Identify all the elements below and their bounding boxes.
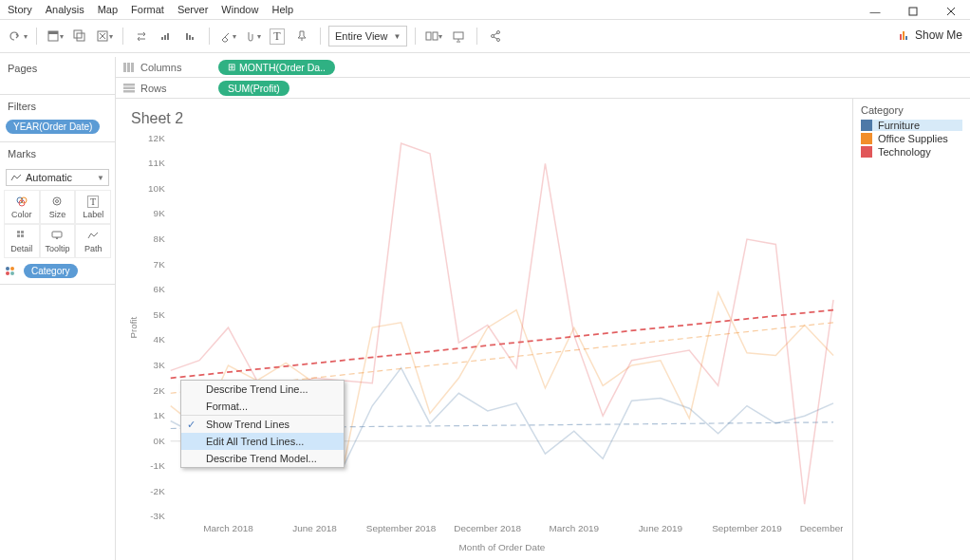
svg-text:4K: 4K <box>154 334 166 345</box>
svg-point-25 <box>56 200 59 203</box>
sort-desc-icon <box>184 29 197 43</box>
svg-text:8K: 8K <box>154 233 166 244</box>
svg-rect-7 <box>164 35 166 40</box>
trend-line-context-menu: Describe Trend Line...Format...✓Show Tre… <box>180 380 345 468</box>
marks-tooltip-button[interactable]: Tooltip <box>40 224 76 258</box>
new-worksheet-button[interactable]: ▾ <box>45 26 65 47</box>
marks-type-dropdown[interactable]: Automatic ▼ <box>6 169 109 186</box>
context-menu-item[interactable]: Edit All Trend Lines... <box>181 433 344 450</box>
presentation-button[interactable] <box>448 26 469 47</box>
share-button[interactable] <box>485 26 506 47</box>
svg-rect-19 <box>903 31 905 40</box>
legend-swatch <box>861 120 872 131</box>
text-icon: T <box>270 28 284 45</box>
svg-text:December 2019: December 2019 <box>800 523 843 533</box>
svg-rect-35 <box>123 86 135 89</box>
svg-rect-26 <box>17 231 20 233</box>
marks-detail-button[interactable]: Detail <box>4 224 40 258</box>
swap-button[interactable] <box>131 26 152 47</box>
menu-help[interactable]: Help <box>271 4 293 15</box>
svg-text:0K: 0K <box>154 436 166 446</box>
menu-map[interactable]: Map <box>98 4 118 15</box>
svg-rect-10 <box>189 35 191 40</box>
color-legend-card: Category FurnitureOffice SuppliesTechnol… <box>852 99 970 560</box>
svg-rect-11 <box>192 37 194 40</box>
columns-pill-month[interactable]: ⊞MONTH(Order Da.. <box>218 60 335 75</box>
svg-text:9K: 9K <box>154 209 166 219</box>
maximize-icon <box>908 7 918 16</box>
svg-text:5K: 5K <box>154 309 166 320</box>
legend-swatch <box>861 133 872 144</box>
color-pill-category[interactable]: Category <box>24 264 78 278</box>
context-menu-item[interactable]: Describe Trend Line... <box>181 381 344 398</box>
sheet-title[interactable]: Sheet 2 <box>131 110 843 127</box>
svg-text:June 2019: June 2019 <box>639 523 683 533</box>
undo-button[interactable]: ▾ <box>8 26 28 47</box>
chart-canvas[interactable]: 12K11K10K9K8K7K6K5K4K3K2K1K0K-1K-2K-3KMa… <box>125 129 843 556</box>
pages-shelf-title: Pages <box>0 57 115 80</box>
marks-label-button[interactable]: TLabel <box>75 190 111 224</box>
rows-shelf[interactable]: Rows SUM(Profit) <box>116 78 970 99</box>
caret-down-icon: ▼ <box>393 32 401 41</box>
filter-pill-year[interactable]: YEAR(Order Date) <box>6 120 100 134</box>
context-menu-item[interactable]: ✓Show Trend Lines <box>181 415 344 433</box>
highlighter-icon <box>219 29 233 43</box>
group-button[interactable]: ▾ <box>242 26 263 47</box>
fix-axes-button[interactable] <box>291 26 312 47</box>
svg-text:3K: 3K <box>154 360 166 370</box>
legend-item-office-supplies[interactable]: Office Supplies <box>861 133 962 144</box>
check-icon: ✓ <box>187 419 196 431</box>
legend-item-technology[interactable]: Technology <box>861 146 962 158</box>
svg-rect-8 <box>167 33 169 40</box>
clear-button[interactable]: ▾ <box>94 26 115 47</box>
svg-text:-1K: -1K <box>150 460 165 471</box>
sort-asc-button[interactable] <box>156 26 177 47</box>
svg-text:6K: 6K <box>154 284 166 294</box>
context-menu-item[interactable]: Describe Trend Model... <box>181 450 344 467</box>
sort-desc-button[interactable] <box>180 26 201 47</box>
svg-rect-18 <box>900 34 902 40</box>
menu-analysis[interactable]: Analysis <box>46 4 84 15</box>
labels-button[interactable]: T <box>267 26 288 47</box>
svg-rect-34 <box>123 84 135 86</box>
show-cards-button[interactable]: ▾ <box>423 26 444 47</box>
duplicate-button[interactable] <box>69 26 90 47</box>
legend-item-furniture[interactable]: Furniture <box>861 120 962 131</box>
menu-format[interactable]: Format <box>131 4 164 15</box>
svg-rect-31 <box>123 63 126 72</box>
size-icon <box>49 195 65 208</box>
swap-icon <box>135 29 148 43</box>
context-menu-item[interactable]: Format... <box>181 398 344 415</box>
marks-size-button[interactable]: Size <box>40 190 76 224</box>
menu-story[interactable]: Story <box>8 4 32 15</box>
fit-dropdown[interactable]: Entire View ▼ <box>328 26 407 47</box>
left-sidebar: Pages Filters YEAR(Order Date) Marks Aut… <box>0 57 116 560</box>
filters-shelf-title: Filters <box>0 95 115 118</box>
undo-icon <box>9 29 22 43</box>
svg-text:12K: 12K <box>148 133 165 143</box>
show-me-button[interactable]: Show Me <box>898 28 962 42</box>
columns-shelf[interactable]: Columns ⊞MONTH(Order Da.. <box>116 57 970 78</box>
marks-color-button[interactable]: Color <box>4 190 40 224</box>
highlight-button[interactable]: ▾ <box>217 26 238 47</box>
menu-window[interactable]: Window <box>221 4 258 15</box>
trend-line-technology[interactable] <box>171 310 833 379</box>
color-icon <box>14 195 29 208</box>
menubar: Story Analysis Map Format Server Window … <box>0 0 970 20</box>
rows-pill-profit[interactable]: SUM(Profit) <box>218 81 289 96</box>
window-close-btn[interactable] <box>932 0 970 23</box>
svg-point-24 <box>53 197 61 205</box>
svg-text:10K: 10K <box>148 183 165 194</box>
svg-text:-2K: -2K <box>150 486 165 496</box>
window-minimize-btn[interactable]: — <box>856 0 894 23</box>
marks-path-button[interactable]: Path <box>75 224 111 258</box>
marks-card-title: Marks <box>0 142 115 165</box>
svg-rect-12 <box>426 32 431 40</box>
window-maximize-btn[interactable] <box>894 0 932 23</box>
legend-swatch <box>861 146 872 158</box>
svg-rect-29 <box>21 234 24 237</box>
svg-rect-6 <box>161 37 163 40</box>
svg-text:December 2018: December 2018 <box>454 523 521 533</box>
svg-text:Profit: Profit <box>128 316 139 338</box>
menu-server[interactable]: Server <box>177 4 208 15</box>
